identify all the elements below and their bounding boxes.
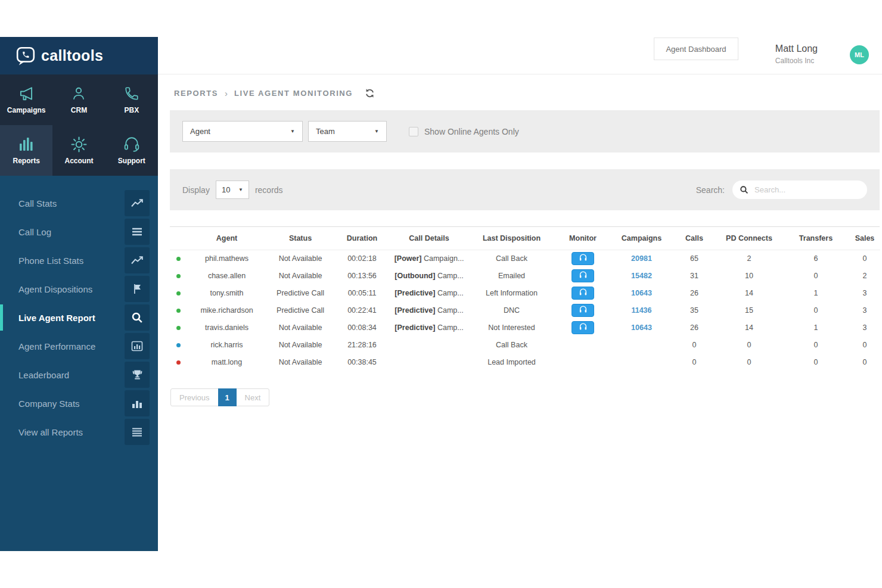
cell-duration: 00:13:56 (334, 267, 390, 284)
campaign-link[interactable]: 15482 (631, 272, 652, 280)
nav-tile-account[interactable]: Account (52, 125, 105, 176)
online-only-filter: Show Online Agents Only (409, 127, 519, 136)
nav-tile-label: Campaigns (7, 106, 46, 114)
table-header-row: AgentStatusDurationCall DetailsLast Disp… (170, 227, 880, 250)
sidebar-item-phone-list-stats[interactable]: Phone List Stats (0, 246, 158, 275)
breadcrumb-current: LIVE AGENT MONITORING (234, 89, 353, 98)
sidebar-item-live-agent-report[interactable]: Live Agent Report (0, 303, 158, 332)
cell-sales: 3 (849, 319, 880, 336)
nav-tile-label: PBX (124, 106, 139, 114)
nav-tile-pbx[interactable]: PBX (105, 74, 158, 125)
online-only-checkbox[interactable] (409, 127, 418, 136)
team-select-value: Team (316, 127, 335, 136)
cell-sales: 3 (849, 301, 880, 319)
cell-campaign: 10643 (610, 284, 673, 301)
campaign-link[interactable]: 11436 (631, 306, 651, 315)
status-dot-green (176, 326, 181, 330)
search-box (732, 181, 867, 199)
agent-dashboard-button[interactable]: Agent Dashboard (654, 38, 738, 60)
campaign-link[interactable]: 20981 (631, 254, 652, 263)
user-menu[interactable]: Matt Long Calltools Inc (775, 43, 818, 65)
status-dot-blue (176, 343, 181, 347)
cell-pd-connects: 10 (716, 267, 782, 284)
table-row: matt.long Not Available 00:38:45 Lead Im… (170, 353, 880, 371)
campaign-link[interactable]: 10643 (631, 323, 652, 332)
megaphone-icon (17, 85, 35, 102)
table-row: tony.smith Predictive Call 00:05:11 [Pre… (170, 284, 880, 301)
agent-select[interactable]: Agent ▼ (182, 121, 303, 142)
nav-tile-campaigns[interactable]: Campaigns (0, 74, 52, 125)
column-header-sales: Sales (849, 227, 880, 250)
cell-campaign (610, 336, 673, 353)
search-input[interactable] (753, 185, 860, 195)
sidebar-item-label: Agent Performance (0, 341, 125, 351)
trophy-icon (125, 362, 150, 388)
status-dot-green (176, 257, 181, 261)
phone-icon (124, 85, 139, 102)
monitor-button[interactable] (572, 287, 594, 300)
chevron-down-icon: ▼ (290, 129, 295, 134)
sidebar-item-label: Call Log (0, 227, 125, 237)
cell-last-disposition: Not Interested (468, 319, 555, 336)
sidebar-item-label: Agent Dispositions (0, 284, 125, 294)
pagination-next-button[interactable]: Next (236, 388, 270, 406)
column-header-status: Status (267, 227, 334, 250)
cell-calls: 26 (673, 319, 716, 336)
cell-campaign: 15482 (610, 267, 673, 284)
cell-call-details: [Outbound] Camp... (390, 267, 468, 284)
monitor-button[interactable] (572, 252, 594, 265)
cell-agent: rick.harris (187, 336, 267, 353)
monitor-button[interactable] (572, 269, 594, 282)
nav-tile-support[interactable]: Support (105, 125, 158, 176)
status-dot-red (176, 360, 181, 365)
sidebar-item-agent-performance[interactable]: Agent Performance (0, 332, 158, 360)
nav-tile-label: Reports (13, 157, 39, 165)
column-header-last-disposition: Last Disposition (468, 227, 555, 250)
cell-monitor (555, 301, 610, 319)
cell-last-disposition: Emailed (468, 267, 555, 284)
cell-call-details: [Predictive] Camp... (390, 284, 468, 301)
sidebar-item-agent-dispositions[interactable]: Agent Dispositions (0, 275, 158, 303)
sidebar-item-label: View all Reports (0, 427, 125, 437)
cell-transfers: 1 (782, 284, 849, 301)
display-label: Display (182, 185, 210, 195)
sidebar-item-company-stats[interactable]: Company Stats (0, 389, 158, 418)
cell-duration: 00:08:34 (334, 319, 390, 336)
records-bar: Display 10 ▼ records Search: (170, 169, 880, 210)
sidebar-item-leaderboard[interactable]: Leaderboard (0, 360, 158, 389)
breadcrumb-reports-link[interactable]: REPORTS (174, 89, 218, 98)
nav-tile-reports[interactable]: Reports (0, 125, 52, 176)
monitor-button[interactable] (572, 321, 594, 334)
pagination-page-1-button[interactable]: 1 (218, 388, 237, 406)
refresh-icon[interactable] (365, 88, 375, 98)
headset-icon (579, 254, 588, 263)
cell-monitor (555, 353, 610, 371)
cell-pd-connects: 0 (716, 353, 782, 371)
cell-pd-connects: 15 (716, 301, 782, 319)
cell-calls: 31 (673, 267, 716, 284)
headset-icon (579, 271, 588, 281)
team-select[interactable]: Team ▼ (308, 121, 387, 142)
cell-sales: 2 (849, 267, 880, 284)
cell-duration: 21:28:16 (334, 336, 390, 353)
sidebar-item-label: Live Agent Report (0, 313, 125, 323)
records-count-select[interactable]: 10 ▼ (216, 181, 249, 199)
sidebar-item-call-stats[interactable]: Call Stats (0, 189, 158, 217)
user-name: Matt Long (775, 43, 818, 54)
cell-status: Not Available (267, 336, 334, 353)
cell-monitor (555, 319, 610, 336)
cell-monitor (555, 250, 610, 267)
agent-table-body: phil.mathews Not Available 00:02:18 [Pow… (170, 250, 880, 371)
avatar[interactable]: ML (850, 45, 869, 64)
campaign-link[interactable]: 10643 (631, 289, 652, 297)
sidebar-item-view-all-reports[interactable]: View all Reports (0, 418, 158, 446)
table-row: mike.richardson Predictive Call 00:22:41… (170, 301, 880, 319)
cell-monitor (555, 336, 610, 353)
nav-tile-crm[interactable]: CRM (52, 74, 105, 125)
sidebar-item-call-log[interactable]: Call Log (0, 217, 158, 246)
cell-call-details (390, 353, 468, 371)
pagination-previous-button[interactable]: Previous (170, 388, 219, 406)
monitor-button[interactable] (572, 304, 594, 317)
headset-icon (123, 136, 140, 153)
nav-tile-label: Account (64, 157, 93, 165)
